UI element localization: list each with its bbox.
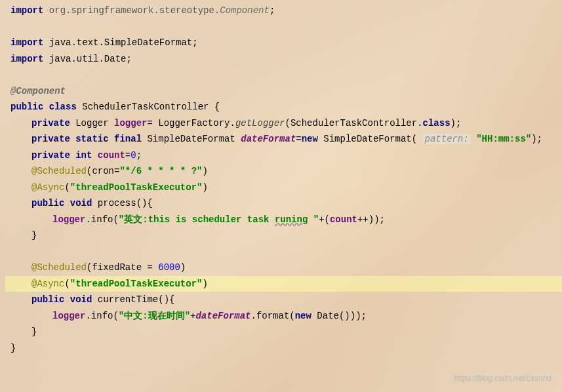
- field-logger: logger: [114, 118, 147, 128]
- semi: ;: [136, 150, 142, 161]
- method-decl: process(){: [92, 198, 152, 208]
- plus: +(: [319, 214, 330, 225]
- open: (cron=: [87, 166, 119, 176]
- code-line-empty[interactable]: [5, 67, 562, 83]
- keyword-import: import: [10, 54, 43, 64]
- code-line[interactable]: import java.util.Date;: [5, 51, 562, 68]
- open: (fixedRate =: [87, 262, 158, 273]
- brace-close: }: [31, 326, 37, 337]
- code-editor[interactable]: import org.springframework.stereotype.Co…: [0, 0, 562, 392]
- type-sdf: SimpleDateFormat: [142, 134, 241, 144]
- keyword-new: new: [302, 134, 318, 144]
- code-line[interactable]: private Logger logger= LoggerFactory.get…: [5, 115, 562, 132]
- annotation-component: @Component: [10, 86, 66, 96]
- string-zh: "中文:现在时间": [119, 311, 190, 321]
- type-logger: Logger: [70, 118, 114, 128]
- field-dateformat: dateFormat: [241, 134, 296, 144]
- code-line[interactable]: @Scheduled(cron="*/6 * * * * ?"): [5, 163, 562, 180]
- code-line[interactable]: @Async("threadPoolTaskExecutor"): [5, 180, 562, 196]
- field-logger: logger: [52, 311, 85, 321]
- args: (SchedulerTaskController.: [285, 118, 423, 128]
- code-line[interactable]: public void process(){: [5, 195, 562, 212]
- inc: ++));: [357, 214, 385, 225]
- string-executor: "threadPoolTaskExecutor": [70, 182, 203, 193]
- code-line[interactable]: private int count=0;: [5, 147, 562, 164]
- close: ): [202, 166, 207, 176]
- code-line[interactable]: }: [5, 227, 562, 244]
- string-executor: "threadPoolTaskExecutor": [70, 279, 203, 289]
- code-line[interactable]: private static final SimpleDateFormat da…: [5, 131, 562, 147]
- keyword-public-void: public void: [31, 294, 92, 305]
- eq: =: [296, 134, 301, 144]
- import-rest: java.util.Date;: [43, 54, 131, 64]
- annotation-async: @Async: [31, 279, 64, 289]
- close: ): [202, 182, 207, 193]
- code-line[interactable]: logger.info("中文:现在时间"+dateFormat.format(…: [5, 308, 562, 324]
- string-cron: "*/6 * * * * ?": [119, 166, 202, 176]
- open: (: [64, 279, 70, 289]
- code-line[interactable]: @Scheduled(fixedRate = 6000): [5, 260, 562, 276]
- code-line[interactable]: public class SchedulerTaskController {: [5, 99, 562, 115]
- eq: =: [125, 150, 130, 161]
- date: Date()));: [311, 311, 367, 321]
- code-line[interactable]: import java.text.SimpleDateFormat;: [5, 35, 562, 51]
- number-zero: 0: [130, 150, 136, 161]
- brace-close: }: [10, 343, 16, 353]
- code-line[interactable]: }: [5, 340, 562, 357]
- open: (: [64, 182, 70, 193]
- package-path: org.springframework.stereotype.: [43, 5, 220, 16]
- keyword-public-void: public void: [31, 198, 92, 208]
- close: );: [531, 134, 542, 144]
- field-dateformat: dateFormat: [195, 311, 251, 321]
- class-name: Component: [220, 5, 270, 16]
- watermark-text: https://blog.csdn.net/cssnnd: [454, 372, 552, 385]
- keyword-private-static-final: private static final: [31, 134, 142, 144]
- annotation-async: @Async: [31, 182, 64, 193]
- code-line-empty[interactable]: [5, 244, 562, 260]
- semicolon: ;: [270, 5, 275, 16]
- close: );: [451, 118, 462, 128]
- field-count: count: [330, 214, 357, 225]
- keyword-import: import: [10, 5, 43, 16]
- annotation-scheduled: @Scheduled: [31, 166, 87, 176]
- code-line[interactable]: import org.springframework.stereotype.Co…: [5, 3, 562, 19]
- brace-close: }: [31, 230, 37, 241]
- string-pattern: "HH:mm:ss": [476, 134, 531, 144]
- keyword-new: new: [295, 311, 311, 321]
- field-count: count: [98, 150, 125, 161]
- code-line[interactable]: @Component: [5, 83, 562, 100]
- assign: = LoggerFactory.: [147, 118, 235, 128]
- code-line[interactable]: public void currentTime(){: [5, 292, 562, 308]
- keyword-import: import: [10, 37, 43, 48]
- method-getlogger: getLogger: [235, 118, 285, 128]
- keyword-private-int: private int: [31, 150, 92, 161]
- field-logger: logger: [52, 214, 85, 225]
- close: ): [202, 279, 207, 289]
- string-part1: "英文:this is scheduler task: [119, 214, 275, 225]
- ctor: SimpleDateFormat(: [318, 134, 423, 144]
- keyword-private: private: [31, 118, 70, 128]
- annotation-scheduled: @Scheduled: [31, 262, 87, 273]
- code-line-highlighted[interactable]: @Async("threadPoolTaskExecutor"): [5, 276, 562, 292]
- code-line[interactable]: logger.info("英文:this is scheduler task r…: [5, 212, 562, 228]
- space: [92, 150, 97, 161]
- string-part3: ": [308, 214, 319, 225]
- class-decl: SchedulerTaskController {: [77, 102, 220, 112]
- space: [471, 134, 476, 144]
- call: .info(: [85, 214, 118, 225]
- method-decl: currentTime(){: [92, 294, 174, 305]
- import-rest: java.text.SimpleDateFormat;: [43, 37, 197, 48]
- call: .info(: [85, 311, 118, 321]
- code-line-empty[interactable]: [5, 19, 562, 35]
- keyword-class: class: [423, 118, 451, 128]
- keyword-public-class: public class: [10, 102, 77, 112]
- parameter-hint: pattern:: [423, 134, 471, 144]
- format-call: .format(: [251, 311, 294, 321]
- number-rate: 6000: [158, 262, 180, 273]
- close: ): [180, 262, 186, 273]
- code-line[interactable]: }: [5, 324, 562, 340]
- string-typo: runing: [275, 214, 308, 225]
